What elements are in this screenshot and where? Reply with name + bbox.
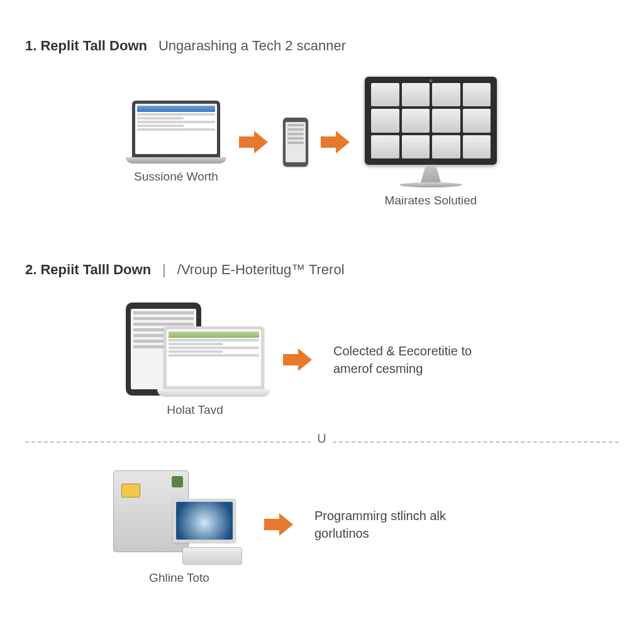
combo-caption: Holat Tavd	[167, 403, 223, 417]
arrow-right-icon	[264, 513, 296, 536]
tablet-laptop-group: Holat Tavd	[126, 303, 264, 417]
arrow-right-icon	[321, 131, 352, 153]
desktop-monitor-icon	[365, 77, 497, 187]
laptop-icon	[126, 101, 226, 164]
diagnostic-machine-icon	[113, 464, 245, 565]
laptop-caption: Sussioné Worth	[134, 170, 218, 184]
vertical-divider-icon: |	[162, 262, 166, 278]
phone-icon	[283, 118, 308, 167]
section-1-flow-row: Sussioné Worth Mairates Solutied	[25, 73, 619, 211]
dashed-separator: U	[25, 441, 619, 443]
laptop-group: Sussioné Worth	[126, 101, 226, 184]
section-2-description: Colected & Eecoretitie to amerof cesming	[333, 342, 509, 377]
section-1-header: 1. Replit Tall Down Ungarashing a Tech 2…	[25, 38, 619, 54]
section-2-number-title: 2. Repiit Talll Down	[25, 262, 151, 278]
arrow-right-icon	[283, 348, 314, 371]
phone-group	[283, 118, 308, 167]
separator-label: U	[311, 431, 333, 446]
section-2-header: 2. Repiit Talll Down | /Vroup E-Hoteritu…	[25, 262, 619, 278]
section-3-flow-row: Ghline Toto Programmirg stlinch alk gorl…	[25, 462, 619, 587]
section-2-subtitle: /Vroup E-Hoteritug™ Trerol	[177, 262, 345, 278]
diagnostic-machine-group: Ghline Toto	[113, 464, 245, 585]
section-1-subtitle: Ungarashing a Tech 2 scanner	[158, 38, 346, 54]
section-1-title: Replit Tall Down	[40, 38, 147, 53]
section-2-title: Repiit Talll Down	[40, 262, 151, 277]
arrow-right-icon	[239, 131, 270, 153]
section-1-number-title: 1. Replit Tall Down	[25, 38, 147, 54]
monitor-group: Mairates Solutied	[365, 77, 497, 208]
monitor-caption: Mairates Solutied	[385, 194, 477, 208]
section-3-description: Programmirg stlinch alk gorlutinos	[314, 507, 491, 542]
white-laptop-icon	[157, 326, 270, 397]
section-2-prefix: 2.	[25, 262, 36, 277]
machine-caption: Ghline Toto	[149, 571, 209, 585]
section-2-flow-row: Holat Tavd Colected & Eecoretitie to ame…	[25, 297, 619, 423]
tablet-laptop-combo-icon	[126, 303, 264, 397]
section-1-prefix: 1.	[25, 38, 36, 53]
